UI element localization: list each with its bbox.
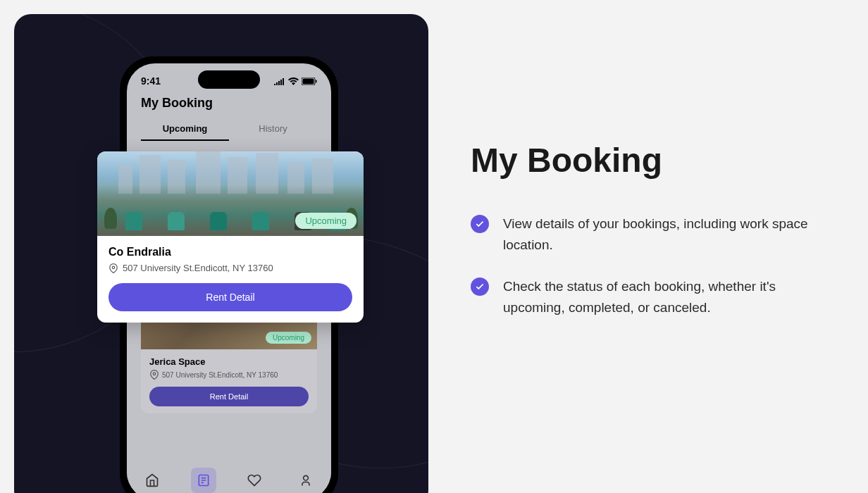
feature-list: View details of your bookings, including… — [471, 213, 826, 319]
booking-card-title: Jerica Space — [149, 356, 309, 367]
tab-history[interactable]: History — [229, 123, 317, 141]
check-icon — [471, 215, 489, 233]
svg-rect-2 — [316, 80, 317, 82]
svg-rect-1 — [303, 78, 314, 84]
page-title: My Booking — [471, 141, 826, 180]
svg-point-9 — [112, 266, 115, 269]
tab-upcoming[interactable]: Upcoming — [141, 123, 229, 141]
feature-item: View details of your bookings, including… — [471, 213, 826, 256]
status-time: 9:41 — [141, 75, 161, 87]
status-badge: Upcoming — [295, 213, 356, 229]
svg-point-3 — [153, 373, 156, 375]
booking-card-image: Upcoming — [97, 151, 364, 236]
pin-icon — [108, 263, 118, 273]
rent-detail-button[interactable]: Rent Detail — [149, 387, 309, 406]
feature-item: Check the status of each booking, whethe… — [471, 276, 826, 319]
booking-card-address: 507 University St.Endicott, NY 13760 — [149, 370, 309, 380]
booking-card-address: 507 University St.Endicott, NY 13760 — [108, 263, 352, 273]
bottom-nav — [127, 461, 331, 493]
booking-card-title: Co Endralia — [108, 246, 352, 258]
status-icons — [274, 77, 317, 85]
nav-bookings-icon[interactable] — [191, 468, 216, 493]
nav-favorites-icon[interactable] — [242, 468, 267, 493]
nav-home-icon[interactable] — [140, 468, 165, 493]
feature-text: Check the status of each booking, whethe… — [503, 276, 826, 319]
check-icon — [471, 277, 489, 296]
nav-profile-icon[interactable] — [293, 468, 318, 493]
phone-preview-panel: 9:41 My Booking Upcoming History Upcomin… — [14, 14, 428, 493]
screen-title: My Booking — [127, 92, 331, 119]
feature-text: View details of your bookings, including… — [503, 213, 826, 256]
content-panel: My Booking View details of your bookings… — [428, 0, 868, 493]
booking-card-featured[interactable]: Upcoming Co Endralia 507 University St.E… — [97, 151, 364, 323]
status-badge: Upcoming — [266, 332, 311, 344]
rent-detail-button[interactable]: Rent Detail — [108, 283, 352, 311]
svg-point-8 — [303, 475, 308, 480]
tabs: Upcoming History — [127, 119, 331, 145]
pin-icon — [149, 370, 159, 380]
